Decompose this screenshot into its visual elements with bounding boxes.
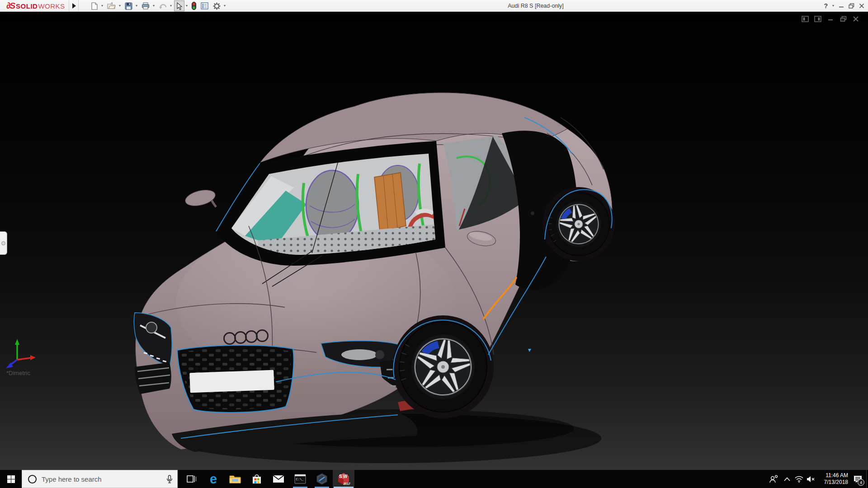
solidworks-logo-text: SOLID xyxy=(16,2,38,10)
document-title: Audi R8 S [Read-only] xyxy=(475,0,597,12)
store-button[interactable] xyxy=(246,470,268,488)
taskbar-search[interactable] xyxy=(22,470,178,488)
volume-muted-icon xyxy=(807,476,815,483)
projector-right xyxy=(375,350,384,359)
windows-logo-icon xyxy=(7,475,15,483)
menu-expand-button[interactable] xyxy=(69,0,79,12)
dropdown-caret-icon[interactable]: ▾ xyxy=(186,0,188,12)
solidworks-2017-icon: SW 2017 xyxy=(337,473,350,485)
gear-icon xyxy=(213,2,221,10)
file-properties-button[interactable] xyxy=(199,0,210,11)
select-cursor-icon xyxy=(176,2,183,10)
solidworks-logo: ∂S SOLID WORKS xyxy=(6,0,65,12)
solidworks-logo-mark-icon: ∂S xyxy=(6,1,14,11)
windows-taskbar: e xyxy=(0,470,868,488)
edrawings-button[interactable] xyxy=(311,470,333,488)
pane-toggle-icon[interactable] xyxy=(801,15,809,23)
wifi-icon xyxy=(795,476,803,483)
new-document-icon xyxy=(91,2,98,10)
model-area[interactable] xyxy=(127,90,624,470)
dropdown-caret-icon[interactable]: ▾ xyxy=(119,0,121,12)
clock-time: 11:46 AM xyxy=(826,472,848,479)
dropdown-caret-icon[interactable]: ▾ xyxy=(153,0,155,12)
network-button[interactable] xyxy=(793,470,805,488)
save-button[interactable] xyxy=(123,0,134,11)
select-tool-button[interactable] xyxy=(174,0,184,11)
rebuild-button[interactable] xyxy=(190,0,198,11)
cortana-icon xyxy=(28,475,37,483)
undo-arrow-icon xyxy=(159,3,167,9)
print-button[interactable] xyxy=(140,0,151,11)
dropdown-caret-icon[interactable]: ▾ xyxy=(101,0,103,12)
doc-close-button[interactable] xyxy=(852,15,860,23)
solidworks-window: ∂S SOLID WORKS ▾ ▾ xyxy=(0,0,868,488)
doc-restore-button[interactable] xyxy=(839,15,847,23)
feature-manager-collapsed-tab[interactable] xyxy=(0,231,7,255)
close-button[interactable] xyxy=(859,3,864,9)
door-pin xyxy=(531,211,534,215)
show-desktop-button[interactable] xyxy=(866,470,868,488)
edge-icon: e xyxy=(210,473,217,486)
expand-pane-icon xyxy=(1,241,5,245)
printer-icon xyxy=(142,2,150,9)
chevron-up-icon xyxy=(784,477,790,481)
help-button[interactable]: ? xyxy=(824,2,828,9)
open-folder-icon xyxy=(107,2,116,9)
view-orientation-label: *Dimetric xyxy=(6,370,30,376)
store-icon xyxy=(252,474,262,484)
orientation-triad xyxy=(4,338,38,371)
headlight-projector xyxy=(146,322,157,333)
command-prompt-button[interactable]: C:\_ xyxy=(289,470,311,488)
rebuild-traffic-light-icon xyxy=(192,2,196,10)
taskbar-clock[interactable]: 11:46 AM 7/13/2018 xyxy=(815,470,848,488)
blue-marker xyxy=(528,349,531,352)
microphone-icon[interactable] xyxy=(166,475,173,483)
action-center-button[interactable]: 4 xyxy=(850,470,865,488)
task-view-icon xyxy=(187,474,197,483)
notification-badge: 4 xyxy=(858,479,864,486)
people-button[interactable] xyxy=(768,470,779,488)
minimize-button[interactable] xyxy=(839,3,844,9)
edrawings-hexagon-icon xyxy=(316,473,328,485)
dropdown-caret-icon[interactable]: ▾ xyxy=(170,0,172,12)
help-caret-icon[interactable]: ▾ xyxy=(832,0,834,12)
svg-text:C:\_: C:\_ xyxy=(296,478,304,481)
headlight-chrome-right xyxy=(341,349,377,360)
clock-date: 7/13/2018 xyxy=(824,479,848,486)
dropdown-caret-icon[interactable]: ▾ xyxy=(136,0,137,12)
solidworks-taskbar-button[interactable]: SW 2017 xyxy=(333,470,354,488)
mirror-left[interactable] xyxy=(184,187,217,209)
play-arrow-icon xyxy=(72,3,76,9)
doc-minimize-button[interactable] xyxy=(826,15,835,23)
toolbar-overflow-caret-icon[interactable]: ▾ xyxy=(224,0,226,12)
pane-toggle-icon[interactable] xyxy=(814,15,822,23)
people-icon xyxy=(769,475,778,483)
task-view-button[interactable] xyxy=(181,470,203,488)
hidden-icons-button[interactable] xyxy=(781,470,793,488)
window-controls: ? ▾ xyxy=(824,0,864,12)
license-plate[interactable] xyxy=(189,370,274,393)
mail-button[interactable] xyxy=(268,470,289,488)
document-window-controls xyxy=(801,15,860,23)
options-button[interactable] xyxy=(211,0,222,11)
restore-button[interactable] xyxy=(849,3,854,9)
file-properties-icon xyxy=(201,2,208,9)
solidworks-logo-text-light: WORKS xyxy=(38,2,65,10)
undo-button[interactable] xyxy=(157,0,169,11)
new-document-button[interactable] xyxy=(89,0,100,11)
quick-access-toolbar: ▾ ▾ ▾ xyxy=(89,0,227,12)
audi-r8-model[interactable] xyxy=(127,90,624,470)
file-explorer-button[interactable] xyxy=(224,470,246,488)
title-bar: ∂S SOLID WORKS ▾ ▾ xyxy=(0,0,868,12)
search-input[interactable] xyxy=(42,475,166,483)
edge-button[interactable]: e xyxy=(203,470,224,488)
file-explorer-icon xyxy=(229,474,241,483)
open-button[interactable] xyxy=(105,0,118,11)
interior-orange-panel xyxy=(374,173,406,231)
mail-icon xyxy=(273,475,284,483)
command-prompt-icon: C:\_ xyxy=(294,474,306,484)
save-floppy-icon xyxy=(125,2,132,10)
graphics-viewport[interactable]: *Dimetric xyxy=(0,12,868,470)
start-button[interactable] xyxy=(0,470,22,488)
